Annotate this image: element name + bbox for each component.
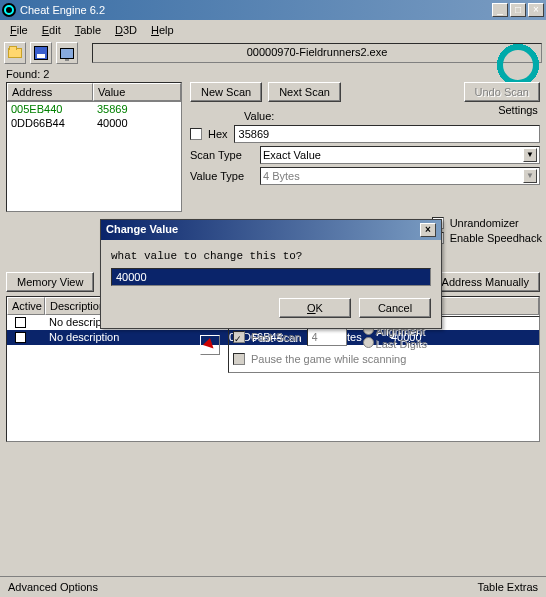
freeze-checkbox[interactable]	[15, 317, 26, 328]
process-name: 00000970-Fieldrunners2.exe	[92, 43, 542, 63]
next-scan-button[interactable]: Next Scan	[268, 82, 341, 102]
chevron-down-icon: ▼	[523, 169, 537, 183]
results-header-value[interactable]: Value	[93, 83, 181, 101]
pause-checkbox	[233, 353, 245, 365]
gear-icon[interactable]	[499, 46, 537, 84]
menu-d3d[interactable]: D3D	[109, 22, 143, 38]
table-extras-link[interactable]: Table Extras	[477, 581, 538, 593]
fastscan-label: Fast Scan	[251, 331, 301, 343]
maximize-button[interactable]: □	[510, 3, 526, 17]
menu-help[interactable]: Help	[145, 22, 180, 38]
select-process-button[interactable]	[56, 42, 78, 64]
undo-scan-button: Undo Scan	[464, 82, 540, 102]
pause-label: Pause the game while scanning	[251, 353, 406, 365]
window-title: Cheat Engine 6.2	[20, 4, 492, 16]
dialog-value-input[interactable]	[111, 268, 431, 286]
dialog-title: Change Value	[106, 223, 178, 237]
open-file-button[interactable]	[4, 42, 26, 64]
dialog-cancel-button[interactable]: Cancel	[359, 298, 431, 318]
disk-icon	[34, 46, 48, 60]
arrow-icon	[203, 337, 217, 351]
dialog-close-button[interactable]: ×	[420, 223, 436, 237]
save-button[interactable]	[30, 42, 52, 64]
memory-view-button[interactable]: Memory View	[6, 272, 94, 292]
result-row[interactable]: 005EB440 35869	[7, 102, 181, 116]
change-value-dialog: Change Value × what value to change this…	[100, 219, 442, 329]
scantype-label: Scan Type	[190, 149, 254, 161]
hex-label: Hex	[208, 128, 228, 140]
dialog-prompt: what value to change this to?	[111, 250, 431, 262]
value-label: Value:	[244, 110, 274, 122]
minimize-button[interactable]: _	[492, 3, 508, 17]
result-row[interactable]: 0DD66B44 40000	[7, 116, 181, 130]
al-header-active[interactable]: Active	[7, 297, 45, 315]
monitor-icon	[60, 48, 74, 59]
valuetype-label: Value Type	[190, 170, 254, 182]
hex-checkbox[interactable]	[190, 128, 202, 140]
fastscan-input	[307, 328, 347, 346]
scan-value-input[interactable]	[234, 125, 540, 143]
folder-icon	[8, 48, 22, 58]
close-button[interactable]: ×	[528, 3, 544, 17]
app-icon	[2, 3, 16, 17]
advanced-options-link[interactable]: Advanced Options	[8, 581, 98, 593]
new-scan-button[interactable]: New Scan	[190, 82, 262, 102]
results-header-address[interactable]: Address	[7, 83, 93, 101]
copy-to-addresslist-button[interactable]	[200, 335, 220, 355]
menu-edit[interactable]: Edit	[36, 22, 67, 38]
menu-file[interactable]: File	[4, 22, 34, 38]
lastdigits-radio	[363, 337, 374, 348]
freeze-checkbox[interactable]	[15, 332, 26, 343]
scantype-select[interactable]: Exact Value▼	[260, 146, 540, 164]
scan-results-table[interactable]: Address Value 005EB440 35869 0DD66B44 40…	[6, 82, 182, 212]
valuetype-select[interactable]: 4 Bytes▼	[260, 167, 540, 185]
found-count: Found: 2	[0, 66, 546, 82]
menu-table[interactable]: Table	[69, 22, 107, 38]
fastscan-checkbox	[233, 331, 245, 343]
dialog-ok-button[interactable]: OK	[279, 298, 351, 318]
chevron-down-icon: ▼	[523, 148, 537, 162]
